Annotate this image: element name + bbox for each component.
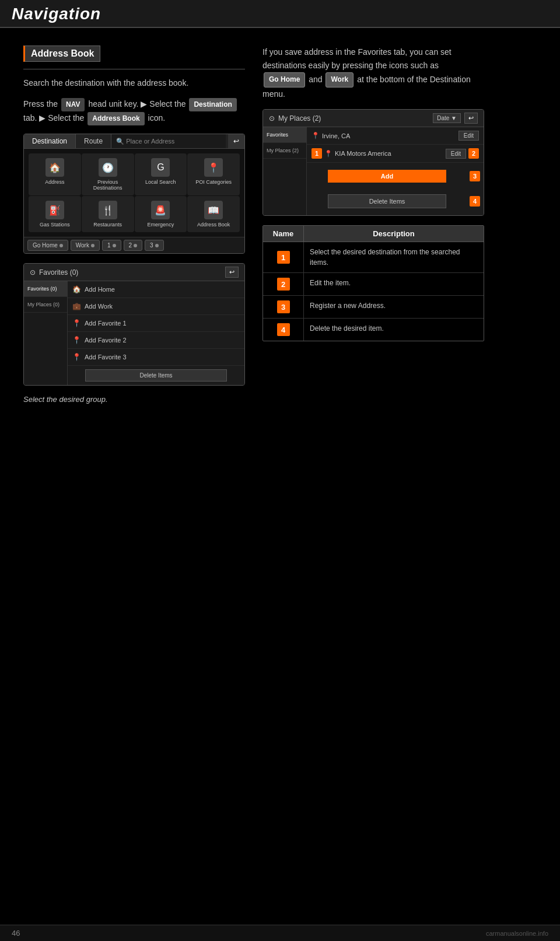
row3-badge: 3 <box>277 300 290 313</box>
row3-desc: Register a new Address. <box>304 296 484 318</box>
add-button[interactable]: Add <box>328 170 447 183</box>
add-work-label: Add Work <box>85 303 113 310</box>
table-row-1: 1 Select the desired destination from th… <box>263 242 484 273</box>
main-content: Address Book Search the destination with… <box>0 28 560 421</box>
table-row-3: 3 Register a new Address. <box>263 296 484 319</box>
emergency-label: Emergency <box>148 222 174 228</box>
gas-label: Gas Stations <box>40 222 70 228</box>
page-title: Navigation <box>12 5 548 23</box>
restaurants-icon-item[interactable]: 🍴 Restaurants <box>82 196 134 232</box>
work-bottom-btn[interactable]: Work <box>71 240 100 251</box>
favorites-header-text: Favorites (0) <box>39 268 78 277</box>
address-icon-item[interactable]: 🏠 Address <box>29 153 81 195</box>
emergency-icon-item[interactable]: 🚨 Emergency <box>135 196 187 232</box>
myplaces-back-btn[interactable]: ↩ <box>464 113 478 124</box>
list-item-fav2[interactable]: 📍 Add Favorite 2 <box>68 332 244 349</box>
col-desc-header: Description <box>304 226 484 242</box>
favorites-header: ⊙ Favorites (0) ↩ <box>24 264 244 281</box>
info-table: Name Description 1 Select the desired de… <box>262 225 484 341</box>
add-home-label: Add Home <box>85 286 115 293</box>
search-placeholder: 🔍 Place or Address <box>116 138 174 145</box>
work-badge: Work <box>326 72 354 88</box>
poi-label: POI Categories <box>195 179 232 185</box>
myplaces-list: 📍 Irvine, CA Edit 1 📍 KIA Motors America… <box>307 127 484 215</box>
date-select[interactable]: Date ▼ <box>433 113 461 123</box>
address-book-label: Address Book <box>197 222 230 228</box>
irvine-text: Irvine, CA <box>322 132 456 139</box>
list-item-fav1[interactable]: 📍 Add Favorite 1 <box>68 315 244 332</box>
table-row-4: 4 Delete the desired item. <box>263 319 484 341</box>
go-home-bottom-btn[interactable]: Go Home <box>27 240 68 251</box>
list-item-add-home[interactable]: 🏠 Add Home <box>68 281 244 298</box>
local-search-icon-item[interactable]: G Local Search <box>135 153 187 195</box>
sidebar-item-myplaces[interactable]: My Places (2) <box>263 143 306 159</box>
gas-icon: ⛽ <box>46 201 64 219</box>
address-label: Address <box>45 179 64 185</box>
delete-button[interactable]: Delete Items <box>328 194 447 208</box>
favorites-screen: ⊙ Favorites (0) ↩ Favorites (0) My Place… <box>23 263 245 386</box>
footer-logo: carmanualsonline.info <box>486 930 548 937</box>
table-header: Name Description <box>263 226 484 242</box>
row1-desc: Select the desired destination from the … <box>304 242 484 272</box>
section-title: Address Book <box>23 46 100 62</box>
tab-route[interactable]: Route <box>76 134 111 148</box>
page-header: Navigation <box>0 0 560 28</box>
list-item-add-work[interactable]: 💼 Add Work <box>68 298 244 315</box>
fav2-icon: 📍 <box>72 336 81 344</box>
kia-icon: 📍 <box>324 150 332 158</box>
instruction-text: Press the NAV head unit key. ▶ Select th… <box>23 97 245 125</box>
badge-2: 2 <box>468 148 479 159</box>
kia-text: KIA Motors America <box>335 150 443 157</box>
myplaces-body: Favorites My Places (2) 📍 Irvine, CA Edi… <box>263 127 484 215</box>
btn-1[interactable]: 1 <box>102 240 121 251</box>
back-button[interactable]: ↩ <box>228 134 244 148</box>
kia-edit-btn[interactable]: Edit <box>446 149 466 159</box>
sidebar-item-favorites[interactable]: Favorites <box>263 127 306 143</box>
sidebar-favorites[interactable]: Favorites (0) <box>24 281 67 297</box>
badge-4: 4 <box>470 196 480 207</box>
row4-badge: 4 <box>277 323 290 336</box>
tab-bar: Destination Route 🔍 Place or Address ↩ <box>24 134 244 149</box>
irvine-edit-btn[interactable]: Edit <box>459 131 479 141</box>
restaurants-icon: 🍴 <box>99 201 117 219</box>
tab-destination[interactable]: Destination <box>24 134 76 148</box>
select-group-text: Select the desired group. <box>23 395 245 404</box>
icons-grid: 🏠 Address 🕐 Previous Destinations G Loca… <box>24 149 244 237</box>
badge-1: 1 <box>312 148 322 159</box>
fav1-label: Add Favorite 1 <box>85 320 127 327</box>
page-footer: 46 carmanualsonline.info <box>0 925 560 941</box>
row4-desc: Delete the desired item. <box>304 319 484 341</box>
row2-desc: Edit the item. <box>304 273 484 295</box>
myplaces-icon: ⊙ <box>269 114 275 123</box>
irvine-icon: 📍 <box>312 132 320 139</box>
fav3-label: Add Favorite 3 <box>85 354 127 361</box>
row2-num: 2 <box>263 273 304 295</box>
gas-icon-item[interactable]: ⛽ Gas Stations <box>29 196 81 232</box>
favorites-back-btn[interactable]: ↩ <box>225 267 239 278</box>
go-home-badge: Go Home <box>264 72 305 88</box>
local-search-label: Local Search <box>145 179 176 185</box>
favorites-header-left: ⊙ Favorites (0) <box>30 268 78 277</box>
fav2-label: Add Favorite 2 <box>85 337 127 344</box>
list-row-irvine: 📍 Irvine, CA Edit <box>307 127 484 145</box>
nav-badge: NAV <box>61 98 85 111</box>
list-row-kia: 1 📍 KIA Motors America Edit 2 <box>307 145 484 163</box>
sidebar-myplaces[interactable]: My Places (0) <box>24 297 67 313</box>
addressbook-badge: Address Book <box>88 112 144 125</box>
page-number: 46 <box>12 929 20 937</box>
address-book-icon-item[interactable]: 📖 Address Book <box>187 196 240 232</box>
list-item-fav3[interactable]: 📍 Add Favorite 3 <box>68 349 244 366</box>
myplaces-screen: ⊙ My Places (2) Date ▼ ↩ Favorites My Pl… <box>262 109 484 216</box>
previous-icon: 🕐 <box>99 158 117 177</box>
local-search-icon: G <box>151 158 170 177</box>
poi-icon-item[interactable]: 📍 POI Categories <box>187 153 240 195</box>
myplaces-header-right: Date ▼ ↩ <box>433 113 478 124</box>
favorites-delete-btn[interactable]: Delete Items <box>85 369 226 382</box>
btn-2[interactable]: 2 <box>124 240 143 251</box>
myplaces-sidebar: Favorites My Places (2) <box>263 127 307 215</box>
row4-num: 4 <box>263 319 304 341</box>
col-name-header: Name <box>263 226 304 242</box>
btn-3[interactable]: 3 <box>145 240 164 251</box>
previous-icon-item[interactable]: 🕐 Previous Destinations <box>82 153 134 195</box>
favorites-header-icon: ⊙ <box>30 268 36 277</box>
